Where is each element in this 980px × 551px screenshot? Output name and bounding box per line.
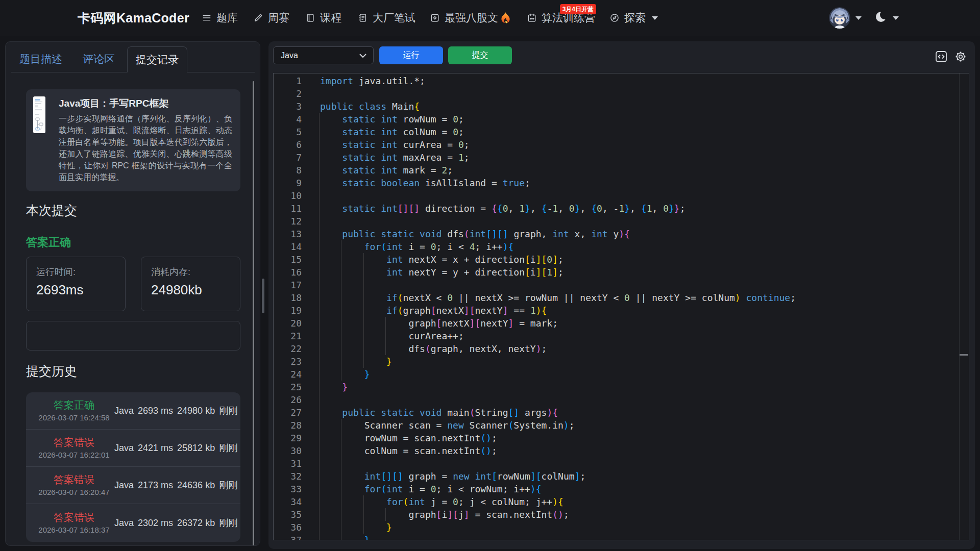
line-number: 28 <box>274 419 302 432</box>
line-number: 13 <box>274 228 302 240</box>
moon-icon[interactable] <box>875 10 888 26</box>
nav-item-探索[interactable]: 探索 <box>609 0 658 36</box>
explore-caret-icon <box>652 16 658 20</box>
course-ad-title: Java项目：手写RPC框架 <box>59 96 232 108</box>
code-line: 34 for(int j = 0; j < colNum; j++){ <box>274 495 969 508</box>
avatar[interactable] <box>829 7 850 29</box>
submit-button[interactable]: 提交 <box>448 46 512 64</box>
line-number: 29 <box>274 432 302 444</box>
history-language: Java <box>114 480 134 491</box>
panel-resize-handle[interactable] <box>262 279 264 313</box>
history-timestamp: 2026-03-07 16:22:01 <box>38 451 109 459</box>
code-editor[interactable]: 1import java.util.*;23public class Main{… <box>273 73 969 540</box>
code-line: 2 <box>274 87 969 100</box>
code-line: 17 <box>274 279 969 291</box>
code-line: 5 static int colNum = 0; <box>274 126 969 138</box>
code-line: 4 static int rowNum = 0; <box>274 113 969 126</box>
history-when: 刚刚 <box>219 405 237 417</box>
code-line: 33 for(int i = 0; i < rowNum; i++){ <box>274 483 969 495</box>
stat-value: 2693ms <box>36 283 125 296</box>
chevron-down-icon <box>359 54 366 58</box>
code-line: 27 public static void main(String[] args… <box>274 406 969 419</box>
history-language: Java <box>114 406 134 416</box>
nav-item-label: 题库 <box>216 11 238 25</box>
nav-item-算法训练营[interactable]: 算法训练营3月4日开营 <box>527 0 595 36</box>
line-number: 12 <box>274 215 302 228</box>
nav-item-题库[interactable]: 题库 <box>202 0 238 36</box>
code-line: 32 int[][] graph = new int[rowNum][colNu… <box>274 470 969 483</box>
compass-icon <box>609 13 620 23</box>
problem-panel: 题目描述评论区提交记录 <box>5 41 260 546</box>
line-number: 32 <box>274 470 302 483</box>
code-format-icon[interactable] <box>935 51 947 63</box>
stat-value: 24980kb <box>151 283 240 296</box>
nav-item-label: 最强八股文 <box>445 11 498 25</box>
history-when: 刚刚 <box>219 479 237 491</box>
line-number: 37 <box>274 534 302 540</box>
tab-题目描述[interactable]: 题目描述 <box>11 46 70 72</box>
line-number: 30 <box>274 444 302 457</box>
tab-提交记录[interactable]: 提交记录 <box>127 46 187 72</box>
stat-card: 消耗内存:24980kb <box>141 257 240 311</box>
code-line: 19 if(graph[nextX][nextY] == 1){ <box>274 304 969 317</box>
language-select[interactable]: Java <box>273 46 374 64</box>
code-line: 21 curArea++; <box>274 330 969 342</box>
history-runtime: 2693 ms <box>138 406 173 416</box>
editor-panel: Java 运行 提交 <box>268 41 975 549</box>
pencil-icon <box>253 13 263 23</box>
code-line: 6 static int curArea = 0; <box>274 138 969 151</box>
nav-item-最强八股文[interactable]: 最强八股文 <box>430 0 510 36</box>
line-number: 7 <box>274 151 302 164</box>
nav-item-大厂笔试[interactable]: 大厂笔试 <box>358 0 415 36</box>
code-line: 10 <box>274 189 969 202</box>
line-number: 34 <box>274 495 302 508</box>
code-line: 23 } <box>274 355 969 368</box>
run-button[interactable]: 运行 <box>379 46 443 64</box>
book-icon <box>305 13 315 23</box>
line-number: 16 <box>274 266 302 279</box>
code-line: 8 static int mark = 2; <box>274 164 969 177</box>
history-row[interactable]: 答案错误 2026-03-07 16:18:37 Java2302 ms2637… <box>26 504 240 542</box>
editor-overview-ruler <box>959 73 960 540</box>
history-status: 答案错误 <box>54 512 94 522</box>
line-number: 17 <box>274 279 302 291</box>
line-number: 31 <box>274 457 302 470</box>
output-box <box>26 321 240 350</box>
line-number: 19 <box>274 304 302 317</box>
history-card: 答案正确 2026-03-07 16:24:58 Java2693 ms2498… <box>26 392 240 542</box>
code-line: 25 } <box>274 381 969 393</box>
nav-item-label: 周赛 <box>268 11 289 25</box>
line-number: 27 <box>274 406 302 419</box>
code-line: 35 graph[i][j] = scan.nextInt(); <box>274 508 969 521</box>
stat-label: 运行时间: <box>36 267 125 277</box>
line-number: 9 <box>274 177 302 189</box>
history-runtime: 2302 ms <box>138 518 173 529</box>
avatar-caret-icon[interactable] <box>855 16 862 20</box>
code-line: 24 } <box>274 368 969 381</box>
course-ad-card[interactable]: Java项目：手写RPC框架 一步步实现网络通信（序列化、反序列化）、负载均衡、… <box>26 89 240 191</box>
history-language: Java <box>114 518 134 529</box>
nav-item-label: 探索 <box>624 11 646 25</box>
theme-caret-icon[interactable] <box>893 16 899 20</box>
code-line: 37 } <box>274 534 969 540</box>
history-row[interactable]: 答案错误 2026-03-07 16:22:01 Java2421 ms2581… <box>26 430 240 467</box>
history-row[interactable]: 答案错误 2026-03-07 16:20:47 Java2173 ms2463… <box>26 467 240 504</box>
line-number: 4 <box>274 113 302 126</box>
verdict-label: 答案正确 <box>26 237 240 248</box>
left-panel-scrollbar[interactable] <box>253 81 254 545</box>
line-number: 24 <box>274 368 302 381</box>
history-row[interactable]: 答案正确 2026-03-07 16:24:58 Java2693 ms2498… <box>26 392 240 430</box>
nav-item-课程[interactable]: 课程 <box>305 0 341 36</box>
nav-item-周赛[interactable]: 周赛 <box>253 0 289 36</box>
history-runtime: 2173 ms <box>138 480 173 491</box>
navbar-right <box>829 0 899 36</box>
history-when: 刚刚 <box>219 442 237 454</box>
tab-评论区[interactable]: 评论区 <box>75 46 123 72</box>
editor-scrollbar-marker[interactable] <box>960 354 968 356</box>
settings-gear-icon[interactable] <box>954 51 967 63</box>
archive-icon <box>430 13 440 23</box>
line-number: 1 <box>274 74 302 87</box>
code-line: 22 dfs(graph, nextX, nextY); <box>274 342 969 355</box>
code-line: 28 Scanner scan = new Scanner(System.in)… <box>274 419 969 432</box>
line-number: 25 <box>274 381 302 393</box>
